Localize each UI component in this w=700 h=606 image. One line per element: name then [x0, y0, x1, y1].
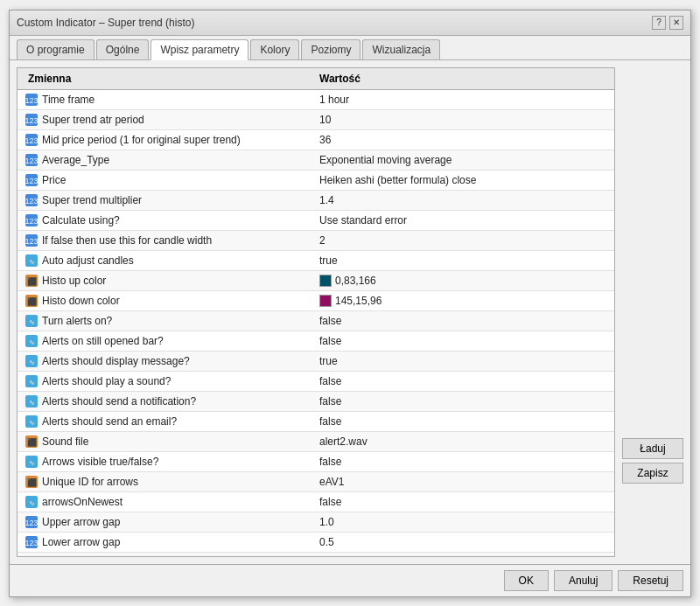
- row-label: Auto adjust candles: [42, 254, 134, 267]
- main-window: Custom Indicator – Super trend (histo) ?…: [9, 10, 691, 597]
- load-button[interactable]: Ładuj: [622, 438, 683, 459]
- table-row[interactable]: ∿Alerts should display message?true: [18, 352, 614, 372]
- svg-text:⬛: ⬛: [27, 296, 38, 307]
- row-label: Alerts should display message?: [42, 355, 190, 367]
- header-value: Wartość: [316, 72, 607, 86]
- param-icon-orange: ⬛: [24, 435, 38, 449]
- tab-bar: O programieOgólneWpisz parametryKoloryPo…: [10, 36, 690, 60]
- tab-o-programie[interactable]: O programie: [17, 39, 94, 59]
- row-value: 0.5: [319, 536, 334, 548]
- param-icon-wave: ∿: [24, 254, 38, 268]
- svg-text:123: 123: [25, 217, 38, 226]
- row-value: Heiken ashi (better formula) close: [319, 174, 476, 186]
- table-row[interactable]: 123Calculate using?Use standard error: [18, 211, 614, 231]
- row-label: Upper arrow gap: [42, 516, 120, 528]
- svg-text:123: 123: [25, 157, 38, 165]
- svg-text:∿: ∿: [29, 419, 35, 427]
- param-icon-orange: ⬛: [24, 274, 38, 288]
- tab-poziomy[interactable]: Poziomy: [301, 39, 360, 59]
- table-row[interactable]: ⬛Sound filealert2.wav: [18, 432, 614, 452]
- tab-wizualizacja[interactable]: Wizualizacja: [362, 39, 440, 59]
- ok-button[interactable]: OK: [504, 570, 549, 591]
- row-label: Alerts should send a notification?: [42, 395, 196, 407]
- row-label: Unique ID for arrows: [42, 476, 138, 488]
- row-label: Calculate using?: [42, 214, 120, 226]
- row-label: arrowsOnNewest: [42, 496, 122, 508]
- table-row[interactable]: ∿Turn alerts on?false: [18, 311, 614, 331]
- svg-text:⬛: ⬛: [27, 276, 38, 287]
- param-icon-orange: ⬛: [24, 555, 38, 557]
- content-area: Zmienna Wartość 123Time frame1 hour123Su…: [10, 60, 690, 564]
- row-label: Time frame: [42, 94, 94, 106]
- row-value: false: [319, 456, 341, 468]
- svg-text:123: 123: [25, 519, 38, 527]
- table-row[interactable]: ∿Arrows visible true/false?false: [18, 452, 614, 472]
- row-value: 145,15,96: [335, 295, 382, 307]
- row-label: Histo up color: [42, 275, 106, 287]
- row-value: 1.0: [319, 516, 334, 528]
- table-row[interactable]: 123Upper arrow gap1.0: [18, 512, 614, 533]
- save-button[interactable]: Zapisz: [622, 463, 683, 484]
- table-row[interactable]: ⬛Histo down color145,15,96: [18, 291, 614, 311]
- svg-rect-46: [25, 556, 38, 557]
- resetuj-button[interactable]: Resetuj: [618, 570, 683, 591]
- row-value: Use standard error: [319, 214, 407, 226]
- table-row[interactable]: ∿arrowsOnNewestfalse: [18, 492, 614, 512]
- table-row[interactable]: ∿Alerts should send a notification?false: [18, 392, 614, 412]
- header-variable: Zmienna: [24, 72, 316, 86]
- table-row[interactable]: ⬛Histo up color0,83,166: [18, 271, 614, 291]
- param-icon-wave: ∿: [24, 414, 38, 428]
- table-row[interactable]: 123Super trend atr period10: [18, 110, 614, 130]
- row-value: false: [319, 415, 341, 428]
- help-button[interactable]: ?: [652, 16, 666, 30]
- table-row[interactable]: 123Average_TypeExponential moving averag…: [18, 150, 614, 171]
- table-row[interactable]: 123Super trend multiplier1.4: [18, 191, 614, 211]
- param-icon-blue: 123: [24, 93, 38, 107]
- param-icon-blue: 123: [24, 213, 38, 227]
- table-row[interactable]: ∿Auto adjust candlestrue: [18, 251, 614, 271]
- svg-text:∿: ∿: [29, 318, 35, 326]
- svg-text:∿: ∿: [29, 359, 35, 366]
- title-controls: ? ✕: [652, 16, 683, 30]
- color-swatch: [319, 295, 332, 307]
- table-row[interactable]: 123Time frame1 hour: [18, 90, 614, 110]
- svg-text:∿: ∿: [29, 459, 35, 467]
- anuluj-button[interactable]: Anuluj: [554, 570, 612, 591]
- row-label: Mid price period (1 for original super t…: [42, 134, 241, 146]
- svg-text:123: 123: [25, 116, 38, 125]
- param-icon-wave: ∿: [24, 354, 38, 368]
- table-row[interactable]: ∿Alerts on still opened bar?false: [18, 331, 614, 352]
- param-icon-wave: ∿: [24, 455, 38, 469]
- table-row[interactable]: ⬛Up arrow colorMediumSeaGreen: [18, 553, 614, 557]
- param-icon-blue: 123: [24, 193, 38, 207]
- svg-text:123: 123: [25, 177, 38, 185]
- row-label: Alerts should play a sound?: [42, 375, 171, 387]
- tab-ogólne[interactable]: Ogólne: [96, 39, 150, 59]
- table-row[interactable]: ∿Alerts should play a sound?false: [18, 372, 614, 392]
- svg-text:∿: ∿: [29, 258, 35, 266]
- row-value: false: [319, 315, 341, 327]
- side-buttons-panel: Ładuj Zapisz: [622, 67, 683, 557]
- table-row[interactable]: 123PriceHeiken ashi (better formula) clo…: [18, 171, 614, 191]
- row-label: If false then use this for candle width: [42, 234, 212, 247]
- tab-wpisz-parametry[interactable]: Wpisz parametry: [150, 39, 248, 60]
- table-row[interactable]: 123Mid price period (1 for original supe…: [18, 130, 614, 150]
- param-icon-blue: 123: [24, 233, 38, 247]
- row-value: false: [319, 375, 341, 387]
- tab-kolory[interactable]: Kolory: [250, 39, 299, 59]
- svg-text:∿: ∿: [29, 399, 35, 407]
- table-row[interactable]: ⬛Unique ID for arrowseAV1: [18, 472, 614, 492]
- table-row[interactable]: 123Lower arrow gap0.5: [18, 533, 614, 553]
- row-label: Super trend multiplier: [42, 194, 142, 206]
- row-label: Up arrow color: [42, 556, 110, 557]
- table-row[interactable]: ∿Alerts should send an email?false: [18, 412, 614, 432]
- param-icon-wave: ∿: [24, 334, 38, 348]
- row-value: false: [319, 335, 341, 347]
- parameters-table: Zmienna Wartość 123Time frame1 hour123Su…: [17, 67, 615, 557]
- param-icon-blue: 123: [24, 535, 38, 549]
- table-row[interactable]: 123If false then use this for candle wid…: [18, 231, 614, 251]
- close-button[interactable]: ✕: [669, 16, 683, 30]
- row-value: true: [319, 355, 338, 367]
- param-icon-blue: 123: [24, 515, 38, 529]
- row-label: Alerts should send an email?: [42, 415, 177, 428]
